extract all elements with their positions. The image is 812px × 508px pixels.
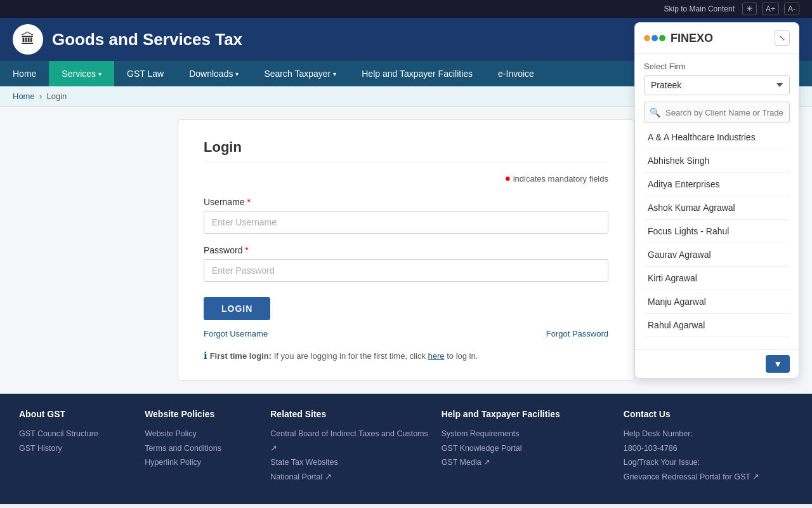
top-bar: Skip to Main Content ☀ A+ A- [0, 0, 812, 18]
form-links: Forgot Username Forgot Password [204, 329, 608, 338]
footer-helpdesk-number: 1800-103-4786 [624, 441, 793, 456]
username-label: Username * [204, 197, 608, 207]
nav-search-taxpayer[interactable]: Search Taxpayer ▾ [251, 61, 349, 86]
footer-contact: Contact Us Help Desk Number: 1800-103-47… [624, 409, 793, 484]
password-group: Password * [204, 245, 608, 282]
breadcrumb-current: Login [46, 91, 67, 101]
logo-dots [644, 35, 665, 41]
search-taxpayer-caret: ▾ [333, 70, 336, 77]
finexo-body: Select Firm Prateek 🔍 A & A Healthcare I… [635, 54, 799, 349]
footer-related: Related Sites Central Board of Indirect … [270, 409, 428, 484]
services-caret: ▾ [98, 70, 102, 77]
footer-state-tax[interactable]: State Tax Websites [270, 455, 428, 470]
footer-gst-council[interactable]: GST Council Structure [19, 427, 132, 441]
password-input[interactable] [204, 259, 608, 282]
password-required: * [245, 245, 248, 255]
footer-helpdesk-label: Help Desk Number: [624, 427, 793, 441]
footer-policies-heading: Website Policies [145, 409, 258, 419]
client-item[interactable]: Ashok Kumar Agrawal [644, 196, 790, 220]
client-item[interactable]: Aditya Enterprises [644, 173, 790, 196]
client-item[interactable]: Abhishek Singh [644, 149, 790, 173]
client-list: A & A Healthcare IndustriesAbhishek Sing… [644, 126, 790, 342]
firm-select[interactable]: Prateek [644, 75, 790, 95]
nav-home[interactable]: Home [0, 61, 49, 86]
footer: About GST GST Council Structure GST Hist… [0, 394, 812, 504]
select-firm-label: Select Firm [644, 62, 790, 71]
font-increase[interactable]: A+ [762, 3, 779, 15]
footer-website-policy[interactable]: Website Policy [145, 427, 258, 441]
footer-sys-req[interactable]: System Requirements [442, 427, 611, 441]
finexo-panel: FINEXO ⤡ Select Firm Prateek 🔍 A & A Hea… [634, 22, 799, 378]
downloads-caret: ▾ [235, 70, 239, 77]
client-item[interactable]: Rahul Agarwal [644, 314, 790, 337]
finexo-collapse-button[interactable]: ⤡ [775, 30, 790, 46]
footer-help-heading: Help and Taxpayer Facilities [442, 409, 611, 419]
forgot-username-link[interactable]: Forgot Username [204, 329, 268, 338]
dot-green [659, 35, 665, 41]
site-title: Goods and Services Tax [52, 30, 242, 50]
search-icon: 🔍 [645, 102, 665, 123]
footer-gst-media[interactable]: GST Media ↗ [442, 455, 611, 470]
nav-gst-law[interactable]: GST Law [114, 61, 176, 86]
footer-grievance[interactable]: Grievance Redressal Portal for GST ↗ [624, 470, 793, 485]
footer-gst-knowledge[interactable]: GST Knowledge Portal [442, 441, 611, 456]
client-item[interactable]: Shubham Agrawal [644, 337, 790, 342]
client-item[interactable]: A & A Healthcare Industries [644, 126, 790, 149]
accessibility-controls: ☀ A+ A- [742, 3, 799, 15]
footer-policies: Website Policies Website Policy Terms an… [145, 409, 258, 484]
footer-national-portal[interactable]: National Portal ↗ [270, 470, 428, 485]
client-item[interactable]: Manju Agarwal [644, 290, 790, 314]
login-submit-button[interactable]: LOGIN [204, 297, 270, 320]
footer-log-label: Log/Track Your Issue: [624, 455, 793, 470]
nav-downloads[interactable]: Downloads ▾ [176, 61, 251, 86]
login-title: Login [204, 139, 608, 163]
password-label: Password * [204, 245, 608, 255]
footer-grid: About GST GST Council Structure GST Hist… [19, 409, 793, 484]
mandatory-dot: ● [504, 173, 511, 184]
finexo-footer: ▼ [635, 349, 799, 378]
footer-help: Help and Taxpayer Facilities System Requ… [442, 409, 611, 484]
emblem-logo: 🏛 [13, 24, 43, 55]
client-search-input[interactable] [665, 104, 789, 122]
nav-services[interactable]: Services ▾ [49, 61, 114, 86]
contrast-toggle[interactable]: ☀ [742, 3, 757, 15]
footer-about: About GST GST Council Structure GST Hist… [19, 409, 132, 484]
username-required: * [247, 197, 250, 207]
footer-cbic[interactable]: Central Board of Indirect Taxes and Cust… [270, 427, 428, 455]
client-item[interactable]: Focus Lights - Rahul [644, 220, 790, 243]
username-group: Username * [204, 197, 608, 234]
breadcrumb-home[interactable]: Home [13, 91, 35, 101]
footer-related-heading: Related Sites [270, 409, 428, 419]
mandatory-note: ● indicates mandatory fields [204, 173, 608, 184]
info-icon: ℹ [204, 350, 207, 361]
client-item[interactable]: Gaurav Agrawal [644, 243, 790, 267]
username-input[interactable] [204, 211, 608, 234]
header-brand: 🏛 Goods and Services Tax [13, 24, 242, 55]
first-time-login-link[interactable]: here [428, 351, 445, 361]
finexo-header: FINEXO ⤡ [635, 23, 799, 54]
font-decrease[interactable]: A- [784, 3, 799, 15]
skip-main-link[interactable]: Skip to Main Content [664, 4, 735, 13]
footer-gst-history[interactable]: GST History [19, 441, 132, 456]
finexo-logo: FINEXO [644, 32, 713, 45]
nav-help[interactable]: Help and Taxpayer Facilities [349, 61, 485, 86]
login-card: Login ● indicates mandatory fields Usern… [178, 119, 634, 381]
finexo-scroll-down-button[interactable]: ▼ [766, 355, 790, 373]
footer-about-heading: About GST [19, 409, 132, 419]
footer-contact-heading: Contact Us [624, 409, 793, 419]
client-search-box: 🔍 [644, 102, 790, 123]
footer-hyperlink[interactable]: Hyperlink Policy [145, 455, 258, 470]
dot-orange [644, 35, 650, 41]
client-item[interactable]: Kirti Agrawal [644, 267, 790, 290]
forgot-password-link[interactable]: Forgot Password [546, 329, 608, 338]
footer-terms[interactable]: Terms and Conditions [145, 441, 258, 456]
dot-blue [652, 35, 658, 41]
nav-einvoice[interactable]: e-Invoice [485, 61, 547, 86]
first-time-login-info: ℹ First time login: If you are logging i… [204, 350, 608, 361]
